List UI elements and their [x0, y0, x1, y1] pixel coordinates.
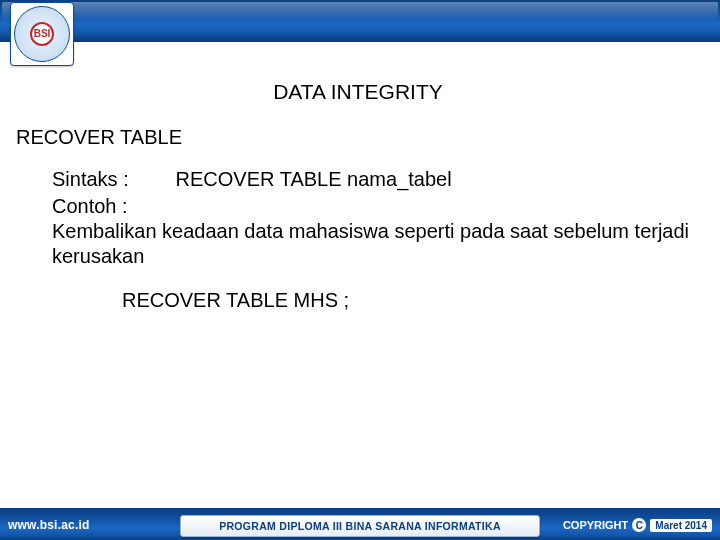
slide-title: DATA INTEGRITY	[16, 80, 700, 104]
institution-logo: BSI	[10, 2, 74, 66]
footer-right: COPYRIGHT C Maret 2014	[563, 518, 712, 532]
footer-date: Maret 2014	[650, 519, 712, 532]
footer-program-text: PROGRAM DIPLOMA III BINA SARANA INFORMAT…	[219, 520, 501, 532]
header-sheen	[2, 2, 718, 20]
logo-abbrev: BSI	[30, 22, 54, 46]
header-band	[0, 0, 720, 42]
copyright-icon: C	[632, 518, 646, 532]
example-label: Contoh :	[52, 194, 700, 219]
copyright-word: COPYRIGHT	[563, 519, 628, 531]
syntax-label: Sintaks :	[52, 167, 170, 192]
body-block: Sintaks : RECOVER TABLE nama_tabel Conto…	[16, 167, 700, 269]
example-command: RECOVER TABLE MHS ;	[16, 289, 700, 312]
syntax-value: RECOVER TABLE nama_tabel	[176, 168, 452, 190]
section-heading: RECOVER TABLE	[16, 126, 700, 149]
syntax-row: Sintaks : RECOVER TABLE nama_tabel	[52, 167, 700, 192]
logo-seal: BSI	[14, 6, 70, 62]
slide-content: DATA INTEGRITY RECOVER TABLE Sintaks : R…	[0, 80, 720, 500]
footer-url: www.bsi.ac.id	[8, 518, 90, 532]
example-description: Kembalikan keadaan data mahasiswa sepert…	[52, 219, 700, 269]
footer-program-plate: PROGRAM DIPLOMA III BINA SARANA INFORMAT…	[180, 515, 540, 537]
